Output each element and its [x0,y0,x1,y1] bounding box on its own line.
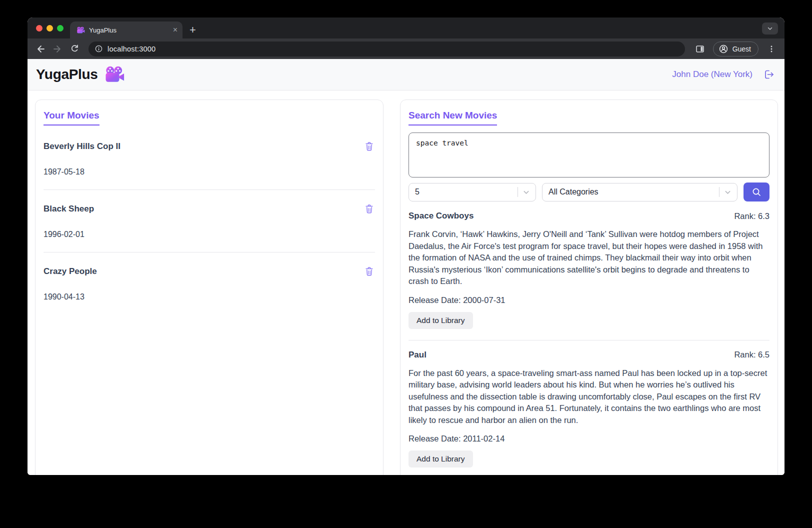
new-tab-button[interactable]: + [190,24,196,36]
tab-list-chevron-button[interactable] [762,22,778,34]
select-divider [518,187,518,197]
movie-camera-logo-icon [104,66,125,84]
max-results-select[interactable]: 5 [408,183,536,202]
movie-title: Black Sheep [44,204,94,214]
url-text[interactable]: localhost:3000 [108,45,156,53]
your-movies-title: Your Movies [44,110,100,126]
max-results-value: 5 [415,188,512,196]
tab-strip: YugaPlus × + [28,18,784,38]
delete-movie-button[interactable] [364,140,375,152]
page-viewport: YugaPlus John Doe (New York) [28,59,784,475]
trash-icon [364,204,374,214]
trash-icon [364,142,374,152]
category-value: All Categories [548,188,714,196]
result-movie-title: Paul [408,350,426,360]
add-to-library-button[interactable]: Add to Library [408,450,473,468]
browser-toolbar: localhost:3000 Guest [28,38,784,59]
movie-title: Beverly Hills Cop II [44,142,120,152]
select-divider [719,187,720,197]
side-panel-icon[interactable] [693,42,707,56]
search-panel: Search New Movies space travel 5 All Cat… [400,100,778,475]
reload-button[interactable] [68,42,82,56]
search-query-input[interactable]: space travel [408,132,770,178]
fullscreen-window-button[interactable] [57,25,64,32]
movie-release-date: 1996-02-01 [44,230,375,239]
add-to-library-button[interactable]: Add to Library [408,312,473,329]
result-movie-title: Space Cowboys [408,211,474,221]
result-rank: Rank: 6.5 [734,350,770,360]
forward-button[interactable] [50,42,64,56]
result-description: For the past 60 years, a space-traveling… [408,368,770,426]
address-bar[interactable]: localhost:3000 [88,42,685,56]
result-release-date: Release Date: 2000-07-31 [408,296,770,305]
browser-tab-yugaplus[interactable]: YugaPlus × [70,22,182,38]
result-description: Frank Corvin, ‘Hawk’ Hawkins, Jerry O'Ne… [408,228,770,288]
search-result-item: Paul Rank: 6.5 For the past 60 years, a … [408,350,770,468]
your-movies-list: Beverly Hills Cop II 1987-05-18 Black Sh… [44,128,375,302]
chevron-down-icon [724,189,731,196]
tab-close-icon[interactable]: × [173,26,178,34]
library-movie-item: Beverly Hills Cop II 1987-05-18 [44,128,375,190]
search-icon [751,186,762,198]
site-info-icon[interactable] [94,44,103,53]
library-movie-item: Crazy People 1990-04-13 [44,252,375,302]
profile-button[interactable]: Guest [713,42,758,56]
back-button[interactable] [34,42,48,56]
browser-menu-icon[interactable] [764,42,778,56]
result-rank: Rank: 6.3 [734,212,770,221]
delete-movie-button[interactable] [364,266,375,278]
chevron-down-icon [523,189,530,196]
movie-release-date: 1990-04-13 [44,292,375,302]
category-select[interactable]: All Categories [542,183,738,202]
movie-release-date: 1987-05-18 [44,168,375,176]
window-controls [36,25,64,32]
search-title: Search New Movies [408,110,497,126]
result-release-date: Release Date: 2011-02-14 [408,434,770,444]
trash-icon [364,266,374,276]
divider [408,340,770,340]
library-movie-item: Black Sheep 1996-02-01 [44,190,375,252]
search-result-item: Space Cowboys Rank: 6.3 Frank Corvin, ‘H… [408,211,770,340]
search-controls: 5 All Categories [408,182,770,202]
logout-icon[interactable] [762,68,774,80]
minimize-window-button[interactable] [46,25,53,32]
user-name: John Doe (New York) [672,70,752,80]
movie-title: Crazy People [44,266,97,276]
search-results-list: Space Cowboys Rank: 6.3 Frank Corvin, ‘H… [408,211,770,468]
main-content: Your Movies Beverly Hills Cop II 1987-05… [28,90,784,475]
profile-label: Guest [732,45,751,53]
delete-movie-button[interactable] [364,203,375,215]
app-title: YugaPlus [36,66,98,82]
your-movies-panel: Your Movies Beverly Hills Cop II 1987-05… [35,100,384,475]
search-button[interactable] [744,182,770,202]
browser-window: YugaPlus × + [28,18,784,475]
app-header: YugaPlus John Doe (New York) [28,59,784,90]
close-window-button[interactable] [36,25,42,32]
tab-favicon-movie-camera-icon [76,26,85,34]
tab-title: YugaPlus [89,26,169,34]
